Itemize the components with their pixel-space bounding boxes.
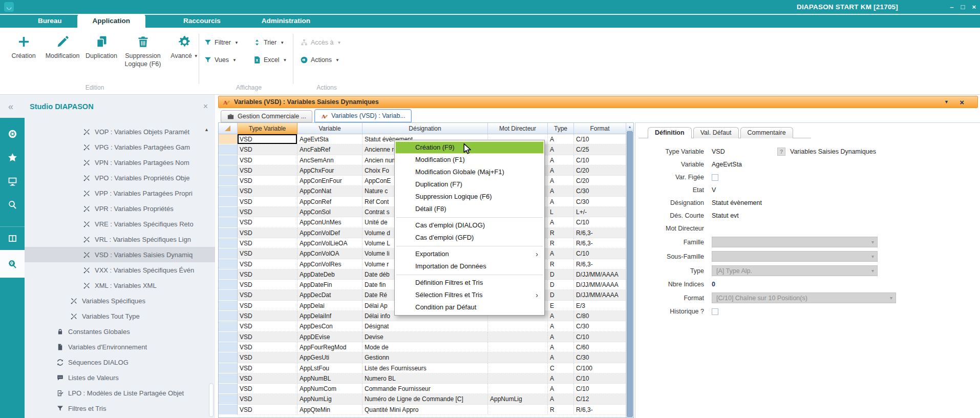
context-menu-item[interactable]: Cas d'emploi (DIALOG) › <box>395 219 544 232</box>
row-selector[interactable] <box>219 373 238 384</box>
document-tab[interactable]: Gestion Commerciale ... <box>221 110 312 122</box>
menu-tab[interactable]: Raccourcis <box>168 14 236 28</box>
table-row[interactable]: VSD AppNumBL Numero BL A C/10 <box>219 373 626 384</box>
scroll-up-icon[interactable]: ▲ <box>626 123 633 131</box>
rail-item[interactable] <box>0 226 25 250</box>
row-selector[interactable] <box>219 384 238 394</box>
tree-item[interactable]: Filtres et Tris <box>25 401 215 416</box>
row-selector[interactable] <box>219 248 238 259</box>
context-menu-item[interactable]: Importation de Données › <box>395 260 544 273</box>
actions-button[interactable]: Actions ▼ <box>300 53 339 67</box>
rail-item[interactable] <box>0 250 25 278</box>
table-row[interactable]: VSD AppDesCon Désignat A C/30 <box>219 321 626 331</box>
tree-item[interactable]: VSD : Variables Saisies Dynamiq <box>25 247 215 262</box>
row-selector[interactable] <box>219 165 238 176</box>
rail-item[interactable] <box>0 193 25 216</box>
tree-item[interactable]: VPO : Variables Propriétés Obje <box>25 170 215 185</box>
tree-item[interactable]: XML : Variables XML <box>25 278 215 293</box>
detail-panel-tab[interactable]: Commentaire <box>740 127 793 138</box>
dropdown[interactable]: ▾ <box>712 237 878 247</box>
row-selector[interactable] <box>219 269 238 280</box>
table-row[interactable]: VSD AppFourRegMod Mode de A C/60 <box>219 342 626 352</box>
row-selector[interactable] <box>219 405 238 415</box>
checkbox[interactable] <box>712 308 718 315</box>
help-icon[interactable]: ? <box>777 148 785 156</box>
close-button[interactable]: × <box>972 3 976 11</box>
tree-scrollbar-thumb[interactable] <box>209 383 214 417</box>
filtrer-button[interactable]: Filtrer ▼ <box>204 36 239 49</box>
rail-item[interactable] <box>0 169 25 193</box>
select-all-cell[interactable] <box>219 123 238 134</box>
context-menu-item[interactable]: Suppression Logique (F6) › <box>395 191 544 203</box>
dropdown[interactable]: [A] Type Alp. ▾ <box>712 265 878 276</box>
tree-item[interactable]: LPO : Modèles de Liste Partagée Objet <box>25 385 215 401</box>
row-selector[interactable] <box>219 290 238 300</box>
column-header-mot-directeur[interactable]: Mot Directeur <box>488 123 548 134</box>
column-header-variable[interactable]: Variable <box>297 123 363 134</box>
row-selector[interactable] <box>219 217 238 227</box>
context-menu-item[interactable]: Duplication (F7) › <box>395 178 544 191</box>
column-header-format[interactable]: Format <box>574 123 626 134</box>
tree-item[interactable]: Séquences DIALOG <box>25 354 215 370</box>
row-selector[interactable] <box>219 352 238 363</box>
context-menu-item[interactable]: Définition Filtres et Tris › <box>395 277 544 289</box>
context-menu-item[interactable]: Modification Globale (Maj+F1) › <box>395 166 544 178</box>
acces-a-button[interactable]: Accès à ▼ <box>300 36 341 49</box>
tree-item[interactable]: VPG : Variables Partagées Gam <box>25 139 215 155</box>
collapse-sidebar-button[interactable]: « <box>8 102 13 111</box>
table-row[interactable]: VSD AppNumLig Numéro de Ligne de Command… <box>219 394 626 404</box>
row-selector[interactable] <box>219 207 238 217</box>
row-selector[interactable] <box>219 301 238 311</box>
context-menu-item[interactable]: Cas d'emploi (GFD) › <box>395 232 544 244</box>
row-selector[interactable] <box>219 144 238 155</box>
row-selector[interactable] <box>219 259 238 269</box>
tree-item[interactable]: Variables Tout Type <box>25 308 215 324</box>
tree-item[interactable]: Listes de Valeurs <box>25 370 215 385</box>
suppression-logique-button[interactable]: Suppression Logique (F6) <box>121 33 165 68</box>
document-tab[interactable]: Variables (VSD) : Variab... <box>314 109 412 122</box>
tree-item[interactable]: Variables Spécifiques <box>25 293 215 308</box>
row-selector[interactable] <box>219 311 238 321</box>
tree-item[interactable]: VPR : Variables Propriétés <box>25 201 215 216</box>
table-row[interactable]: VSD AppLstFou Liste des Fournisseurs C C… <box>219 363 626 373</box>
row-selector[interactable] <box>219 176 238 186</box>
context-menu-item[interactable]: Détail (F8) › <box>395 203 544 215</box>
column-header-type[interactable]: Type <box>548 123 574 134</box>
context-menu-item[interactable]: Exportation › <box>395 248 544 260</box>
close-document-button[interactable]: × <box>960 98 964 107</box>
row-selector[interactable] <box>219 394 238 404</box>
rail-item[interactable] <box>0 122 25 145</box>
dropdown[interactable]: [C/10] Chaîne sur 10 Position(s) ▾ <box>712 292 896 303</box>
menu-tab[interactable]: Administration <box>246 14 326 28</box>
context-menu-item[interactable]: Modification (F1) › <box>395 154 544 166</box>
column-header-designation[interactable]: Désignation <box>363 123 488 134</box>
tree-item[interactable]: VRL : Variables Spécifiques Lign <box>25 232 215 247</box>
table-row[interactable]: VSD AppGesUti Gestionn A C/30 <box>219 352 626 363</box>
table-row[interactable]: VSD AppDEvise Devise A C/10 <box>219 332 626 342</box>
menu-tab[interactable]: Bureau <box>23 14 77 28</box>
avance-button[interactable]: Avancé▼ <box>165 33 204 68</box>
menu-tab[interactable]: Application <box>77 14 146 28</box>
excel-button[interactable]: Excel ▼ <box>253 53 287 67</box>
row-selector[interactable] <box>219 134 238 144</box>
row-selector[interactable] <box>219 197 238 207</box>
tree-item[interactable]: VOP : Variables Objets Paramét <box>25 124 215 139</box>
table-row[interactable]: VSD AppQteMin Quantité Mini Appro R R/6,… <box>219 405 626 415</box>
tree-item[interactable]: Constantes Globales <box>25 324 215 339</box>
modification-button[interactable]: Modification <box>43 33 82 68</box>
tree-item[interactable]: VPP : Variables Partagées Propri <box>25 185 215 201</box>
detail-panel-tab[interactable]: Définition <box>648 127 692 138</box>
chevron-down-icon[interactable]: ▼ <box>944 99 949 104</box>
creation-button[interactable]: Création <box>4 33 43 68</box>
row-selector[interactable] <box>219 342 238 352</box>
context-menu-item[interactable]: Condition par Défaut › <box>395 301 544 314</box>
rail-item[interactable] <box>0 145 25 169</box>
duplication-button[interactable]: Duplication <box>82 33 121 68</box>
row-selector[interactable] <box>219 321 238 331</box>
tree-item[interactable]: VPN : Variables Partagées Nom <box>25 155 215 170</box>
table-scrollbar[interactable]: ▲ <box>626 123 633 417</box>
row-selector[interactable] <box>219 332 238 342</box>
maximize-button[interactable]: □ <box>961 3 965 11</box>
close-sidebar-button[interactable]: × <box>203 102 208 111</box>
tree-scroll-up-button[interactable]: ▲ <box>204 127 209 132</box>
